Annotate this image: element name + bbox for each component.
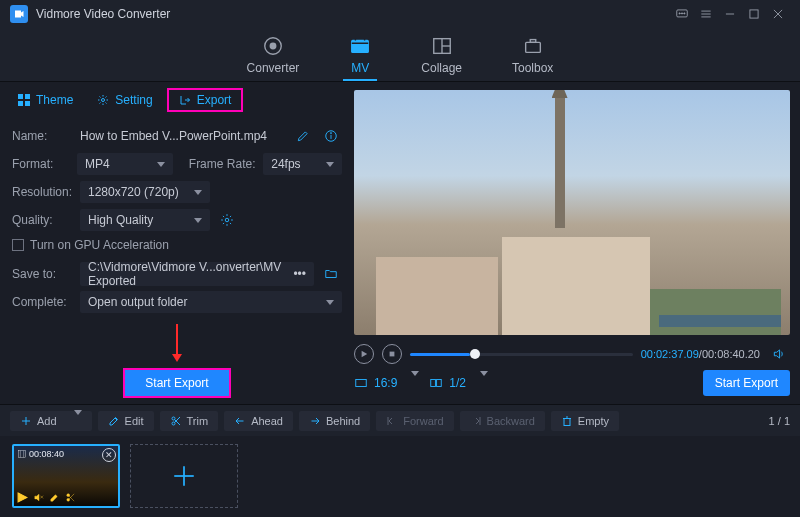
complete-label: Complete: (12, 295, 74, 309)
svg-rect-21 (18, 101, 23, 106)
aspect-ratio-select[interactable]: 16:9 (354, 376, 419, 390)
left-panel: Theme Setting Export Name: How to Embed … (0, 82, 354, 404)
empty-button[interactable]: Empty (551, 411, 619, 431)
tab-converter[interactable]: Converter (247, 35, 300, 81)
annotation-arrow (0, 324, 354, 362)
frame-rate-select[interactable]: 24fps (263, 153, 342, 175)
quality-label: Quality: (12, 213, 74, 227)
tab-converter-label: Converter (247, 61, 300, 75)
gear-icon (97, 94, 109, 106)
svg-point-1 (679, 13, 680, 14)
add-clip-tile[interactable] (130, 444, 238, 508)
plus-icon (171, 463, 197, 489)
edit-name-icon[interactable] (292, 125, 314, 147)
section-tab-theme-label: Theme (36, 93, 73, 107)
svg-point-27 (225, 218, 229, 222)
section-tabs: Theme Setting Export (0, 82, 354, 118)
film-icon (17, 449, 27, 459)
clip-thumbnail[interactable]: 00:08:40 ✕ (12, 444, 120, 508)
grid-icon (18, 94, 30, 106)
gpu-checkbox[interactable]: Turn on GPU Acceleration (12, 238, 342, 252)
tab-collage-label: Collage (421, 61, 462, 75)
backward-button[interactable]: Backward (460, 411, 545, 431)
section-tab-setting[interactable]: Setting (87, 89, 162, 111)
play-button[interactable] (354, 344, 374, 364)
thumb-edit-icon[interactable] (49, 492, 60, 503)
add-button[interactable]: Add (10, 411, 92, 431)
svg-point-23 (102, 99, 105, 102)
trim-button[interactable]: Trim (160, 411, 219, 431)
menu-icon[interactable] (694, 2, 718, 26)
section-tab-setting-label: Setting (115, 93, 152, 107)
app-logo (10, 5, 28, 23)
svg-rect-20 (25, 94, 30, 99)
info-icon[interactable] (320, 125, 342, 147)
thumbnail-strip: 00:08:40 ✕ (0, 436, 800, 516)
svg-rect-18 (530, 40, 536, 43)
video-preview[interactable] (354, 90, 790, 335)
pager: 1 / 1 (769, 415, 790, 427)
svg-line-54 (69, 496, 74, 501)
svg-rect-43 (564, 418, 570, 425)
thumb-duration: 00:08:40 (17, 449, 64, 459)
stop-button[interactable] (382, 344, 402, 364)
section-tab-theme[interactable]: Theme (8, 89, 83, 111)
svg-rect-30 (356, 380, 367, 387)
svg-point-2 (681, 13, 682, 14)
behind-button[interactable]: Behind (299, 411, 370, 431)
segment-select[interactable]: 1/2 (429, 376, 488, 390)
svg-point-3 (684, 13, 685, 14)
tab-mv[interactable]: MV (349, 35, 371, 81)
svg-rect-32 (437, 380, 442, 387)
thumb-mute-icon[interactable] (33, 492, 44, 503)
segment-icon (429, 376, 443, 390)
preview-panel: 00:02:37.09/00:08:40.20 16:9 1/2 Start E… (354, 82, 800, 404)
timeline-slider[interactable] (410, 353, 633, 356)
preview-start-export-button[interactable]: Start Export (703, 370, 790, 396)
feedback-icon[interactable] (670, 2, 694, 26)
section-tab-export[interactable]: Export (167, 88, 244, 112)
svg-rect-22 (25, 101, 30, 106)
title-bar: Vidmore Video Converter (0, 0, 800, 28)
tab-mv-label: MV (351, 61, 369, 75)
svg-marker-49 (18, 493, 27, 502)
remove-clip-icon[interactable]: ✕ (102, 448, 116, 462)
clip-toolbar: Add Edit Trim Ahead Behind Forward Backw… (0, 404, 800, 436)
complete-select[interactable]: Open output folder (80, 291, 342, 313)
edit-button[interactable]: Edit (98, 411, 154, 431)
start-export-button[interactable]: Start Export (123, 368, 230, 398)
volume-icon[interactable] (768, 343, 790, 365)
svg-rect-19 (18, 94, 23, 99)
forward-button[interactable]: Forward (376, 411, 453, 431)
ahead-button[interactable]: Ahead (224, 411, 293, 431)
frame-rate-label: Frame Rate: (189, 157, 257, 171)
tab-collage[interactable]: Collage (421, 35, 462, 81)
format-select[interactable]: MP4 (77, 153, 173, 175)
thumb-trim-icon[interactable] (65, 492, 76, 503)
save-to-label: Save to: (12, 267, 74, 281)
resolution-select[interactable]: 1280x720 (720p) (80, 181, 210, 203)
svg-line-55 (69, 494, 74, 499)
svg-rect-46 (19, 451, 26, 458)
more-path-icon[interactable]: ••• (293, 267, 306, 281)
svg-rect-13 (352, 41, 369, 53)
minimize-icon[interactable] (718, 2, 742, 26)
save-to-path[interactable]: C:\Vidmore\Vidmore V...onverter\MV Expor… (80, 262, 314, 286)
gpu-label: Turn on GPU Acceleration (30, 238, 169, 252)
name-value: How to Embed V...PowerPoint.mp4 (80, 129, 286, 143)
top-nav: Converter MV Collage Toolbox (0, 28, 800, 82)
section-tab-export-label: Export (197, 93, 232, 107)
maximize-icon[interactable] (742, 2, 766, 26)
name-label: Name: (12, 129, 74, 143)
close-icon[interactable] (766, 2, 790, 26)
quality-settings-icon[interactable] (216, 209, 238, 231)
svg-rect-31 (431, 380, 436, 387)
tab-toolbox[interactable]: Toolbox (512, 35, 553, 81)
svg-point-12 (270, 43, 276, 49)
svg-rect-29 (390, 352, 395, 357)
svg-point-26 (331, 133, 332, 134)
player-controls: 00:02:37.09/00:08:40.20 (354, 339, 790, 369)
open-folder-icon[interactable] (320, 263, 342, 285)
thumb-play-icon[interactable] (17, 492, 28, 503)
quality-select[interactable]: High Quality (80, 209, 210, 231)
